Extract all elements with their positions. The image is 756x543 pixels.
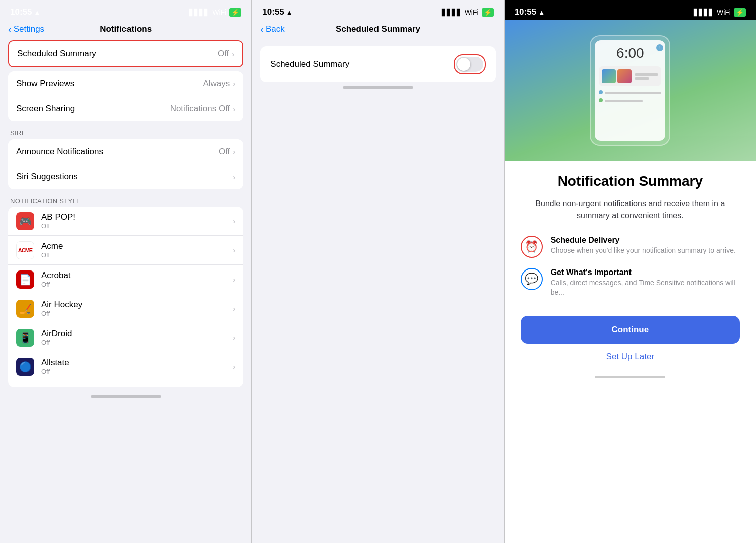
signal-bars-1: ▋▋▋▋ <box>189 9 209 16</box>
announce-notifications-item[interactable]: Announce Notifications Off › <box>8 139 243 164</box>
scheduled-summary-toggle[interactable] <box>456 57 483 72</box>
feature-desc-schedule: Choose when you'd like your notification… <box>551 246 736 256</box>
app-item-airhockey[interactable]: 🏒 Air Hockey Off › <box>8 294 243 323</box>
back-button-2[interactable]: ‹ Back <box>260 24 284 35</box>
app-name-acrobat: Acrobat <box>41 270 233 281</box>
app-icon-acme: ACME <box>16 241 34 259</box>
battery-icon-1: ⚡ <box>229 8 241 17</box>
app-icon-airhockey: 🏒 <box>16 300 34 318</box>
nav-bar-2: ‹ Back Scheduled Summary <box>252 20 503 40</box>
app-status-abpop: Off <box>41 222 233 230</box>
panel3-body: Notification Summary Bundle non-urgent n… <box>505 161 756 308</box>
chevron-icon-sp: › <box>233 79 235 88</box>
home-indicator-3 <box>595 376 665 378</box>
wifi-icon-3: WiFi <box>717 8 731 16</box>
app-name-airhockey: Air Hockey <box>41 300 233 310</box>
app-item-alltrails[interactable]: 🥾 AllTrails Off › <box>8 381 243 387</box>
app-status-acrobat: Off <box>41 281 233 288</box>
app-icon-allstate: 🔵 <box>16 358 34 376</box>
chevron-icon-allstate: › <box>233 362 235 371</box>
mock-notif-img-1 <box>602 69 616 83</box>
app-status-airdroid: Off <box>41 339 233 346</box>
app-name-allstate: Allstate <box>41 358 233 368</box>
scheduled-summary-highlighted-row[interactable]: Scheduled Summary Off › <box>8 40 243 67</box>
scheduled-summary-toggle-highlight <box>454 54 486 74</box>
status-right-2: ▋▋▋▋ WiFi ⚡ <box>442 8 494 17</box>
chevron-icon-airhockey: › <box>233 304 235 313</box>
siri-group: Announce Notifications Off › Siri Sugges… <box>8 139 243 189</box>
page-title-1: Notifications <box>100 24 152 34</box>
chevron-icon-an: › <box>233 147 235 156</box>
screen-sharing-item[interactable]: Screen Sharing Notifications Off › <box>8 96 243 121</box>
home-indicator-1 <box>91 395 161 398</box>
notification-summary-info-panel: 10:55 ▲ ▋▋▋▋ WiFi ⚡ 6:00 <box>504 0 756 543</box>
app-status-allstate: Off <box>41 368 233 375</box>
app-name-abpop: AB POP! <box>41 212 233 222</box>
battery-icon-2: ⚡ <box>482 8 494 17</box>
mock-notif-badge: ! <box>656 44 663 51</box>
chevron-icon-airdroid: › <box>233 333 235 342</box>
app-item-abpop[interactable]: 🎮 AB POP! Off › <box>8 207 243 236</box>
wifi-icon-2: WiFi <box>465 8 479 16</box>
hero-image: 6:00 ! <box>505 20 756 161</box>
app-status-acme: Off <box>41 251 233 259</box>
feature-item-schedule: ⏰ Schedule Delivery Choose when you'd li… <box>521 236 740 258</box>
app-item-allstate[interactable]: 🔵 Allstate Off › <box>8 352 243 381</box>
location-icon-1: ▲ <box>34 9 40 16</box>
back-label-2: Back <box>266 24 285 34</box>
scheduled-summary-item[interactable]: Scheduled Summary Off › <box>9 41 242 66</box>
signal-bars-2: ▋▋▋▋ <box>442 9 462 16</box>
app-icon-acrobat: 📄 <box>16 270 34 289</box>
status-time-2: 10:55 ▲ <box>262 7 292 17</box>
page-title-2: Scheduled Summary <box>336 24 420 34</box>
siri-suggestions-item[interactable]: Siri Suggestions › <box>8 164 243 189</box>
status-time-1: 10:55 ▲ <box>10 7 40 17</box>
app-list-group: 🎮 AB POP! Off › ACME Acme Off › 📄 Acroba… <box>8 207 243 387</box>
announce-notifications-value: Off <box>219 147 230 157</box>
continue-button[interactable]: Continue <box>521 316 740 344</box>
app-icon-airdroid: 📱 <box>16 329 34 347</box>
top-settings-group: Show Previews Always › Screen Sharing No… <box>8 71 243 121</box>
app-name-airdroid: AirDroid <box>41 329 233 339</box>
show-previews-item[interactable]: Show Previews Always › <box>8 71 243 96</box>
screen-sharing-value: Notifications Off <box>170 104 230 114</box>
scheduled-summary-label: Scheduled Summary <box>17 49 218 59</box>
location-icon-2: ▲ <box>286 9 293 16</box>
setup-later-button[interactable]: Set Up Later <box>606 352 654 362</box>
feature-item-important: 💬 Get What's Important Calls, direct mes… <box>521 268 740 298</box>
mock-time: 6:00 <box>599 45 661 61</box>
back-arrow-icon-1: ‹ <box>8 24 12 35</box>
chevron-icon-ss2: › <box>233 173 235 181</box>
siri-section-label: SIRI <box>0 125 251 139</box>
chevron-icon-scr: › <box>233 105 235 113</box>
app-icon-abpop: 🎮 <box>16 212 34 230</box>
app-item-acrobat[interactable]: 📄 Acrobat Off › <box>8 265 243 294</box>
announce-notifications-label: Announce Notifications <box>16 147 219 157</box>
app-name-alltrails: AllTrails <box>41 387 233 388</box>
get-important-icon: 💬 <box>521 268 543 290</box>
location-icon-3: ▲ <box>538 9 545 16</box>
chevron-icon-ss: › <box>232 50 234 58</box>
scheduled-summary-toggle-row: Scheduled Summary <box>260 46 495 82</box>
scheduled-summary-panel: 10:55 ▲ ▋▋▋▋ WiFi ⚡ ‹ Back Scheduled Sum… <box>251 0 503 543</box>
app-item-acme[interactable]: ACME Acme Off › <box>8 236 243 265</box>
notifications-panel: 10:55 ▲ ▋▋▋▋ WiFi ⚡ ‹ Settings Notificat… <box>0 0 251 543</box>
back-label-1: Settings <box>14 24 44 34</box>
chevron-icon-acrobat: › <box>233 275 235 284</box>
home-indicator-2 <box>343 86 413 89</box>
status-bar-3: 10:55 ▲ ▋▋▋▋ WiFi ⚡ <box>505 0 756 20</box>
status-time-3: 10:55 ▲ <box>515 7 545 17</box>
status-right-3: ▋▋▋▋ WiFi ⚡ <box>694 8 746 17</box>
nav-bar-1: ‹ Settings Notifications <box>0 20 251 40</box>
feature-title-schedule: Schedule Delivery <box>551 236 736 245</box>
app-status-airhockey: Off <box>41 310 233 317</box>
feature-title-important: Get What's Important <box>551 268 740 277</box>
signal-bars-3: ▋▋▋▋ <box>694 9 714 16</box>
app-item-airdroid[interactable]: 📱 AirDroid Off › <box>8 323 243 352</box>
settings-back-button[interactable]: ‹ Settings <box>8 24 44 35</box>
panel3-footer: Continue Set Up Later <box>505 308 756 372</box>
app-icon-alltrails: 🥾 <box>16 387 34 387</box>
panel2-content: Scheduled Summary <box>252 40 503 82</box>
notification-summary-title: Notification Summary <box>558 173 703 190</box>
status-bar-1: 10:55 ▲ ▋▋▋▋ WiFi ⚡ <box>0 0 251 20</box>
